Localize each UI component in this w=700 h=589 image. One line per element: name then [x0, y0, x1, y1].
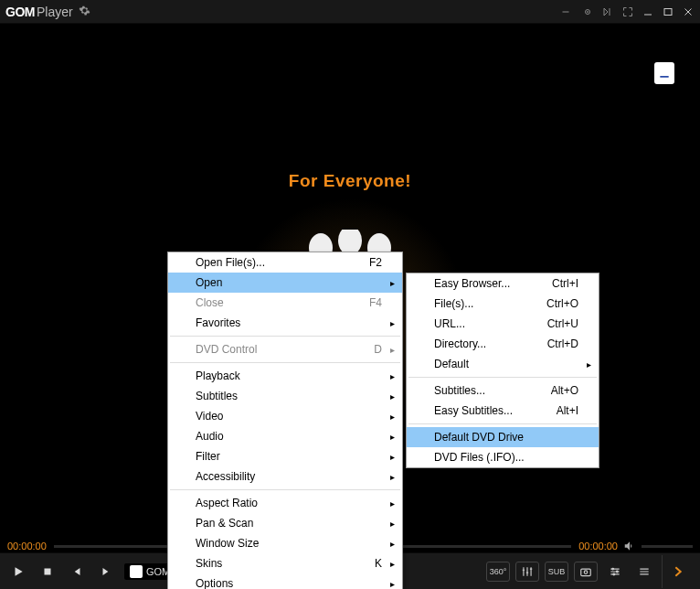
svg-rect-7 [45, 568, 51, 574]
chevron-right-icon: ▸ [390, 371, 395, 381]
menu-item-shortcut: F2 [369, 256, 382, 269]
menu-item-shortcut: D [374, 343, 382, 356]
logo-text-player: Player [37, 5, 73, 19]
context-menu-separator [170, 336, 400, 337]
fullscreen-icon[interactable] [621, 5, 634, 18]
titlebar: GOM Player [0, 0, 700, 24]
open-submenu-item-easy-subtitles[interactable]: Easy Subtitles...Alt+I [407, 401, 599, 421]
context-menu-item-close: CloseF4 [168, 293, 402, 313]
playlist-icon[interactable] [601, 5, 614, 18]
context-menu-item-subtitles[interactable]: Subtitles▸ [168, 386, 402, 406]
tagline-text: For Everyone! [289, 171, 411, 191]
open-submenu-item-directory[interactable]: Directory...Ctrl+D [407, 334, 599, 354]
menu-item-label: Audio [196, 430, 224, 443]
menu-item-label: Options [196, 577, 233, 589]
menu-item-shortcut: Ctrl+I [552, 277, 578, 290]
menu-item-label: URL... [434, 317, 465, 330]
menu-item-label: Default [434, 358, 469, 370]
menu-item-label: DVD Control [196, 343, 257, 356]
menu-item-label: Window Size [196, 537, 259, 550]
settings-button[interactable] [603, 562, 627, 582]
prev-button[interactable] [66, 561, 88, 583]
hamburger-button[interactable] [632, 562, 656, 582]
app-logo: GOM Player [5, 5, 73, 19]
menu-item-shortcut: Ctrl+O [546, 297, 578, 310]
chevron-right-icon: ▸ [390, 318, 395, 328]
context-menu-separator [170, 489, 400, 490]
menu-item-label: Favorites [196, 316, 240, 329]
chevron-right-icon: ▸ [390, 432, 395, 442]
chevron-right-icon: ▸ [390, 579, 395, 589]
close-icon[interactable] [682, 5, 695, 18]
svg-point-12 [613, 573, 615, 575]
menu-item-label: Skins [196, 557, 222, 570]
menu-item-label: Playback [196, 369, 240, 382]
context-menu-item-playback[interactable]: Playback▸ [168, 366, 402, 386]
menu-item-label: Video [196, 410, 223, 423]
context-menu-item-favorites[interactable]: Favorites▸ [168, 313, 402, 333]
sub-button[interactable]: SUB [545, 562, 568, 582]
context-menu-item-accessibility[interactable]: Accessibility▸ [168, 466, 402, 487]
equalizer-button[interactable] [515, 562, 539, 582]
context-menu: Open File(s)...F2Open▸CloseF4Favorites▸D… [167, 252, 403, 589]
open-submenu-item-file-s[interactable]: File(s)...Ctrl+O [407, 294, 599, 314]
open-submenu-item-subtitles[interactable]: Subtitles...Alt+O [407, 380, 599, 401]
menu-item-label: Subtitles... [434, 384, 485, 397]
svg-rect-2 [664, 8, 672, 15]
open-submenu-separator [408, 423, 597, 424]
context-menu-item-window-size[interactable]: Window Size▸ [168, 533, 402, 553]
menu-item-shortcut: Alt+I [557, 404, 578, 417]
menu-item-label: Subtitles [196, 390, 238, 402]
record-icon[interactable] [581, 5, 594, 18]
titlebar-controls [561, 5, 695, 18]
maximize-icon[interactable] [662, 5, 674, 18]
svg-point-11 [616, 571, 618, 573]
play-button[interactable] [7, 561, 29, 583]
menu-item-label: Aspect Ratio [196, 497, 258, 509]
context-menu-item-video[interactable]: Video▸ [168, 406, 402, 426]
menu-item-label: Open File(s)... [196, 256, 265, 269]
repeat-icon[interactable] [561, 5, 574, 18]
open-submenu-item-url[interactable]: URL...Ctrl+U [407, 314, 599, 334]
download-button[interactable] [654, 62, 674, 84]
file-chip-icon [130, 565, 143, 578]
volume-icon[interactable] [623, 540, 636, 552]
playlist-toggle[interactable] [662, 555, 693, 588]
menu-item-shortcut: Ctrl+U [547, 317, 578, 330]
open-submenu-item-dvd-files-ifo[interactable]: DVD Files (.IFO)... [407, 447, 599, 467]
chevron-right-icon: ▸ [390, 498, 395, 509]
chevron-right-icon: ▸ [390, 278, 395, 288]
svg-point-9 [584, 570, 588, 573]
menu-item-label: Pan & Scan [196, 517, 253, 530]
gear-icon[interactable] [79, 5, 90, 19]
context-menu-item-aspect-ratio[interactable]: Aspect Ratio▸ [168, 493, 402, 513]
menu-item-shortcut: Ctrl+D [547, 337, 578, 350]
svg-rect-8 [581, 569, 591, 576]
menu-item-shortcut: Alt+O [551, 384, 578, 397]
menu-item-label: Accessibility [196, 470, 255, 483]
context-menu-item-audio[interactable]: Audio▸ [168, 426, 402, 446]
menu-item-shortcut: K [375, 557, 382, 570]
menu-item-label: Filter [196, 450, 220, 463]
vr360-button[interactable]: 360° [486, 562, 510, 582]
context-menu-item-filter[interactable]: Filter▸ [168, 446, 402, 466]
chevron-right-icon: ▸ [390, 452, 395, 462]
context-menu-item-open[interactable]: Open▸ [168, 273, 402, 293]
context-menu-item-options[interactable]: Options▸ [168, 573, 402, 589]
minimize-icon[interactable] [642, 5, 654, 18]
open-submenu-item-default[interactable]: Default▸ [407, 354, 599, 374]
open-submenu-item-default-dvd-drive[interactable]: Default DVD Drive [407, 427, 599, 447]
chevron-right-icon: ▸ [390, 519, 395, 529]
context-menu-item-pan-scan[interactable]: Pan & Scan▸ [168, 513, 402, 533]
volume-slider[interactable] [642, 545, 693, 548]
context-menu-item-skins[interactable]: SkinsK▸ [168, 553, 402, 573]
menu-item-label: DVD Files (.IFO)... [434, 451, 525, 464]
time-elapsed: 00:00:00 [7, 541, 47, 552]
context-menu-item-open-file-s[interactable]: Open File(s)...F2 [168, 252, 402, 273]
context-menu-separator [170, 362, 400, 363]
screenshot-button[interactable] [574, 562, 598, 582]
next-button[interactable] [95, 561, 117, 583]
open-submenu-item-easy-browser[interactable]: Easy Browser...Ctrl+I [407, 273, 599, 294]
menu-item-label: File(s)... [434, 297, 473, 310]
stop-button[interactable] [37, 561, 58, 583]
